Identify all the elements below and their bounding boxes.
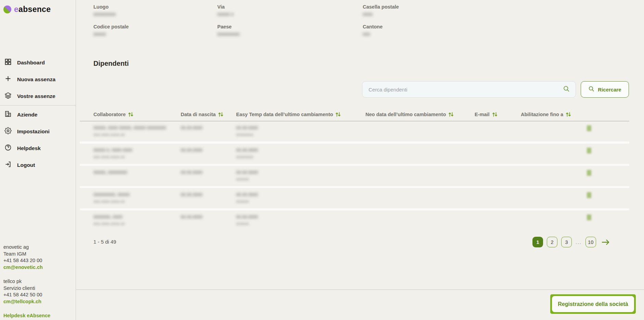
employees-table-header: Collaboratore Data di nascita Easy Temp … <box>80 106 629 121</box>
column-header-email[interactable]: E-mail <box>475 112 521 117</box>
field-label: Luogo <box>93 4 116 10</box>
employees-section-title: Dipendenti <box>93 60 129 67</box>
easytemp-date-redacted: xx.xx.xxxx <box>236 214 258 219</box>
pagination-next-arrow-icon[interactable] <box>601 238 610 246</box>
contact-email-link[interactable]: cm@enovetic.ch <box>3 264 43 270</box>
field-luogo: Luogo xxxxxxxxx <box>93 4 116 17</box>
enabled-until-redacted <box>587 170 591 176</box>
column-label: Neo data dell’ultimo cambiamento <box>365 112 446 117</box>
field-label: Cantone <box>363 24 383 29</box>
sidebar-item-helpdesk[interactable]: Helpdesk <box>0 140 76 157</box>
employee-row[interactable]: xxxxxxxxx, xxxxxxxx.xxxx.xxxx.xx xx.xx.x… <box>80 188 629 210</box>
contact-phone: +41 58 443 20 00 <box>3 257 50 264</box>
sidebar-item-nuova-assenza[interactable]: Nuova assenza <box>0 71 76 88</box>
contact-email-link[interactable]: cm@tellcopk.ch <box>3 299 41 304</box>
field-value-redacted: xxx <box>363 31 370 37</box>
helpdesk-eabsence-link[interactable]: Helpdesk eAbsence <box>3 313 50 318</box>
column-header-collaboratore[interactable]: Collaboratore <box>80 112 181 117</box>
contact-block-secondary: tellco pk Servizio clienti +41 58 442 50… <box>3 278 50 305</box>
sort-icon <box>566 112 571 117</box>
main-content: Luogo xxxxxxxxx Via xxxxx x Casella post… <box>76 0 644 320</box>
sidebar-item-vostre-assenze[interactable]: Vostre assenze <box>0 88 76 104</box>
pagination-page-1[interactable]: 1 <box>532 237 543 247</box>
enabled-until-redacted <box>587 148 591 153</box>
employees-table: Collaboratore Data di nascita Easy Temp … <box>80 106 629 233</box>
sidebar-item-impostazioni[interactable]: Impostazioni <box>0 123 76 140</box>
brand-logo-text: eabsence <box>14 5 51 14</box>
sidebar-item-logout[interactable]: Logout <box>0 157 76 173</box>
contact-company: enovetic ag <box>3 244 50 251</box>
employee-id-redacted: xxx.xxxx.xxxx.xx <box>93 199 125 204</box>
employee-name-redacted: xxxxxxxxx, xxxxx <box>93 192 130 197</box>
field-value-redacted: xxxxx x <box>217 11 234 17</box>
column-header-easytemp-cambiamento[interactable]: Easy Temp data dell’ultimo cambiamento <box>236 112 365 117</box>
dashboard-grid-icon <box>4 58 12 67</box>
sidebar-item-label: Dashboard <box>17 60 45 66</box>
employee-id-redacted: xxx.xxxx.xxxx.xx <box>93 155 125 159</box>
sort-icon <box>218 112 223 117</box>
easytemp-date-redacted: xx.xx.xxxx <box>236 147 258 152</box>
plus-icon <box>4 75 12 84</box>
sort-icon <box>492 112 498 117</box>
employee-row[interactable]: xxxxxxx, xxxxxxx.xxxx.xxxx.xx xx.xx.xxxx… <box>80 210 629 233</box>
employee-row[interactable]: xxxxx, xxxx xxxxx, xxxxx xxxxxxxxxxx.xxx… <box>80 121 629 144</box>
field-value-redacted: xxxxxxxxx <box>93 11 116 17</box>
employee-id-redacted: xxx.xxxx.xxxx.xx <box>93 221 125 226</box>
field-value-redacted: xxxxx <box>93 31 106 37</box>
sidebar-item-label: Helpdesk <box>17 145 41 151</box>
birth-date-redacted: xx.xx.xxxx <box>181 125 203 130</box>
logout-icon <box>4 161 12 169</box>
employee-name-redacted: xxxxxxx, xxxx <box>93 214 123 219</box>
employee-search-input[interactable] <box>368 86 563 93</box>
sidebar-item-label: Impostazioni <box>17 128 50 135</box>
pagination-page-3[interactable]: 3 <box>561 237 572 247</box>
contact-block-primary: enovetic ag Team IGM +41 58 443 20 00 cm… <box>3 244 50 271</box>
easytemp-date-redacted: xx.xx.xxxx <box>236 169 258 175</box>
footer-divider <box>76 290 644 290</box>
help-circle-icon <box>4 144 12 152</box>
column-header-abilitazione[interactable]: Abilitazione fino a <box>521 112 629 117</box>
column-header-data-di-nascita[interactable]: Data di nascita <box>181 112 236 117</box>
brand-logo[interactable]: eabsence <box>3 5 51 14</box>
employee-name-redacted: xxxxx x, xxxx xxxx <box>93 147 132 152</box>
birth-date-redacted: xx.xx.xxxx <box>181 214 203 219</box>
sidebar-item-label: Vostre assenze <box>17 93 55 99</box>
enabled-until-redacted <box>587 214 591 220</box>
sidebar-divider <box>0 105 76 106</box>
birth-date-redacted: xx.xx.xxxx <box>181 147 203 152</box>
search-button-label: Ricercare <box>598 87 621 93</box>
contact-phone: +41 58 442 50 00 <box>3 292 50 298</box>
enabled-until-redacted <box>587 125 591 131</box>
column-label: Collaboratore <box>93 112 126 117</box>
register-company-button[interactable]: Registrazione della società <box>552 296 634 312</box>
search-icon <box>563 85 570 94</box>
search-icon <box>588 86 595 93</box>
field-value-redacted: xxxxxxxxx <box>217 31 240 37</box>
search-button[interactable]: Ricercare <box>581 81 629 98</box>
column-header-neo-cambiamento[interactable]: Neo data dell’ultimo cambiamento <box>365 112 475 117</box>
employee-row[interactable]: xxxxx x, xxxx xxxxxxx.xxxx.xxxx.xx xx.xx… <box>80 144 629 166</box>
employee-row[interactable]: xxxxx, xxxxxxxx xx.xx.xxxx xx.xx.xxxxxxx… <box>80 166 629 188</box>
contact-team: Team IGM <box>3 251 50 258</box>
easytemp-time-redacted: xxxxxx <box>236 199 249 204</box>
field-label: Paese <box>217 24 240 29</box>
field-casella-postale: Casella postale xxxx <box>363 4 399 17</box>
field-via: Via xxxxx x <box>217 4 234 17</box>
column-label: Easy Temp data dell’ultimo cambiamento <box>236 112 333 117</box>
sidebar-item-dashboard[interactable]: Dashboard <box>0 54 76 71</box>
building-icon <box>4 110 12 119</box>
pagination-page-10[interactable]: 10 <box>585 237 596 247</box>
column-label: Data di nascita <box>181 112 216 117</box>
field-label: Casella postale <box>363 4 399 10</box>
pagination: 1 2 3 ... 10 <box>532 237 610 247</box>
layers-icon <box>4 92 12 100</box>
birth-date-redacted: xx.xx.xxxx <box>181 192 203 197</box>
register-company-button-focus-ring[interactable]: Registrazione della società <box>550 294 636 314</box>
pagination-page-2[interactable]: 2 <box>547 237 557 247</box>
employee-search-box <box>362 81 576 98</box>
easytemp-time-redacted: xxxxxxxx <box>236 132 253 137</box>
sidebar-item-aziende[interactable]: Aziende <box>0 106 76 123</box>
easytemp-time-redacted: xxxxxx <box>236 177 249 182</box>
field-label: Codice postale <box>93 24 129 29</box>
employee-id-redacted: xxx.xxxx.xxxx.xx <box>93 132 125 137</box>
